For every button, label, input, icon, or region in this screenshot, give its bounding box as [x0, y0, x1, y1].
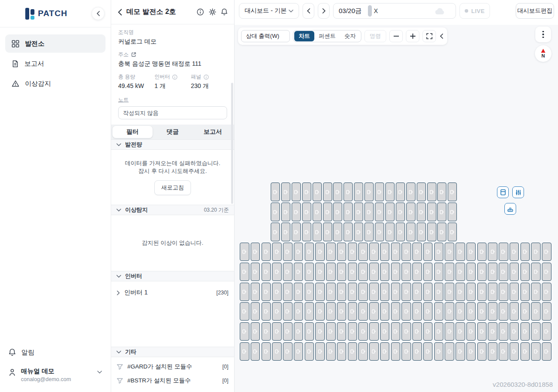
solar-module[interactable]: [488, 283, 497, 301]
view-tab-percent[interactable]: 퍼센트: [314, 31, 340, 41]
solar-module[interactable]: [499, 263, 508, 281]
fit-screen-button[interactable]: [422, 30, 436, 42]
solar-module[interactable]: [251, 243, 260, 261]
solar-module[interactable]: [488, 322, 497, 341]
solar-module[interactable]: [521, 283, 530, 301]
filter-row-bstr[interactable]: #BSTR가 설치된 모듈수 [0]: [111, 374, 234, 388]
solar-module[interactable]: [262, 342, 271, 361]
solar-module[interactable]: [358, 342, 368, 361]
solar-module[interactable]: [401, 243, 411, 261]
solar-module[interactable]: [313, 203, 322, 221]
solar-module[interactable]: [337, 322, 347, 341]
tab-reports[interactable]: 보고서: [193, 126, 233, 138]
solar-module[interactable]: [272, 302, 282, 321]
solar-module[interactable]: [281, 182, 290, 201]
solar-module[interactable]: [423, 322, 433, 341]
sidebar-item-anomaly[interactable]: 이상감지: [5, 74, 105, 93]
solar-module[interactable]: [262, 302, 271, 321]
zoom-in-button[interactable]: [406, 30, 419, 42]
solar-module[interactable]: [294, 283, 303, 301]
solar-module[interactable]: [531, 283, 541, 301]
solar-module[interactable]: [292, 223, 301, 241]
solar-module[interactable]: [412, 263, 422, 281]
solar-module[interactable]: [292, 203, 301, 221]
solar-module[interactable]: [369, 302, 379, 321]
solar-module[interactable]: [364, 203, 374, 221]
solar-module[interactable]: [358, 302, 368, 321]
user-menu[interactable]: 매뉴얼 데모 conalog@demo.com: [9, 367, 102, 382]
solar-module[interactable]: [358, 283, 368, 301]
solar-module[interactable]: [272, 342, 282, 361]
solar-module[interactable]: [315, 283, 325, 301]
solar-module[interactable]: [240, 302, 249, 321]
solar-module[interactable]: [348, 243, 357, 261]
solar-module[interactable]: [315, 243, 325, 261]
solar-module[interactable]: [499, 243, 508, 261]
solar-module[interactable]: [323, 182, 332, 201]
solar-module[interactable]: [283, 263, 293, 281]
solar-module[interactable]: [434, 283, 444, 301]
solar-module[interactable]: [531, 302, 541, 321]
solar-module[interactable]: [354, 203, 363, 221]
solar-module[interactable]: [315, 302, 325, 321]
solar-module[interactable]: [369, 283, 379, 301]
solar-module[interactable]: [391, 322, 401, 341]
prev-date-button[interactable]: [303, 3, 314, 19]
solar-module[interactable]: [344, 182, 353, 201]
solar-module[interactable]: [448, 223, 457, 241]
solar-module[interactable]: [448, 182, 457, 201]
solar-module[interactable]: [510, 263, 519, 281]
solar-module[interactable]: [531, 263, 541, 281]
solar-module[interactable]: [488, 302, 497, 321]
tab-comments[interactable]: 댓글: [153, 126, 193, 138]
solar-module[interactable]: [521, 302, 530, 321]
solar-module[interactable]: [380, 322, 390, 341]
notifications-button[interactable]: [221, 8, 228, 16]
solar-module[interactable]: [305, 263, 314, 281]
solar-module[interactable]: [510, 243, 519, 261]
solar-module[interactable]: [385, 203, 395, 221]
solar-module[interactable]: [542, 263, 551, 281]
solar-module[interactable]: [348, 342, 357, 361]
solar-module[interactable]: [477, 263, 487, 281]
solar-module[interactable]: [412, 342, 422, 361]
plant-canvas[interactable]: 상대 출력(W) 차트 퍼센트 숫자 명령: [235, 25, 558, 392]
dashboard-edit-button[interactable]: 대시보드편집: [516, 3, 554, 19]
solar-module[interactable]: [305, 342, 314, 361]
solar-module[interactable]: [423, 263, 433, 281]
solar-module[interactable]: [251, 322, 260, 341]
solar-module[interactable]: [323, 203, 332, 221]
solar-module[interactable]: [294, 302, 303, 321]
solar-module[interactable]: [326, 243, 336, 261]
solar-module[interactable]: [380, 243, 390, 261]
solar-module[interactable]: [354, 223, 363, 241]
solar-module[interactable]: [302, 203, 311, 221]
solar-module[interactable]: [396, 203, 405, 221]
metric-select[interactable]: 상대 출력(W): [241, 30, 290, 42]
solar-module[interactable]: [412, 243, 422, 261]
settings-button[interactable]: [209, 8, 216, 16]
refresh-button[interactable]: 새로고침: [154, 180, 191, 195]
solar-module[interactable]: [396, 182, 405, 201]
solar-module[interactable]: [412, 283, 422, 301]
solar-module[interactable]: [406, 223, 415, 241]
solar-module[interactable]: [510, 342, 519, 361]
sidebar-item-plants[interactable]: 발전소: [5, 34, 105, 53]
solar-module[interactable]: [531, 243, 541, 261]
device-junction-box[interactable]: [497, 186, 509, 198]
solar-module[interactable]: [364, 182, 374, 201]
solar-module[interactable]: [456, 322, 465, 341]
solar-module[interactable]: [262, 243, 271, 261]
device-gateway[interactable]: [504, 203, 516, 215]
solar-module[interactable]: [271, 203, 280, 221]
section-generation-header[interactable]: 발전량: [111, 139, 234, 150]
solar-module[interactable]: [262, 322, 271, 341]
solar-module[interactable]: [294, 322, 303, 341]
solar-module[interactable]: [437, 203, 446, 221]
solar-module[interactable]: [488, 342, 497, 361]
solar-module[interactable]: [272, 283, 282, 301]
solar-module[interactable]: [434, 322, 444, 341]
solar-module[interactable]: [315, 342, 325, 361]
solar-module[interactable]: [240, 263, 249, 281]
solar-module[interactable]: [302, 223, 311, 241]
